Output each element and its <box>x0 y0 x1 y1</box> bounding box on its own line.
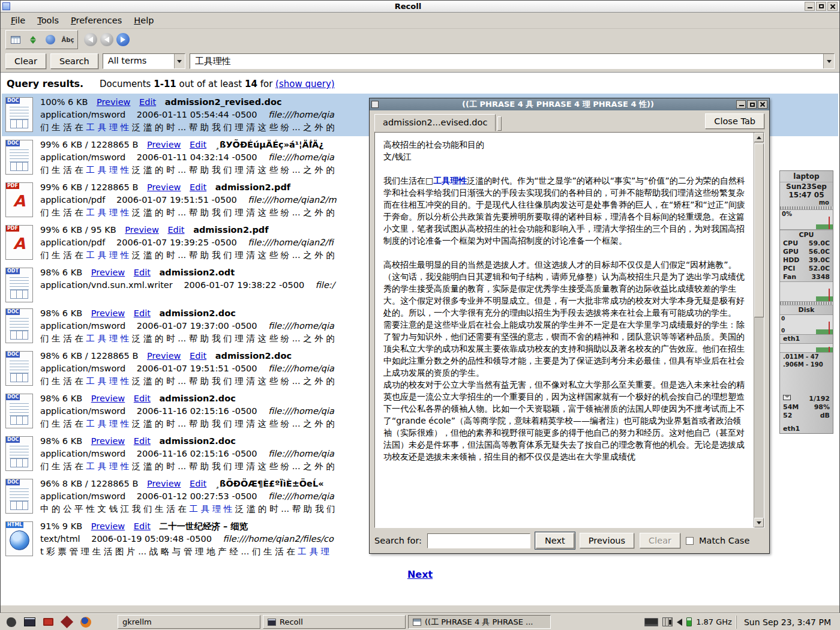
scroll-up-button[interactable] <box>754 133 764 142</box>
edit-link[interactable]: Edit <box>134 308 151 318</box>
disk-chart[interactable]: 0 0 <box>780 314 833 335</box>
find-input[interactable] <box>427 533 530 548</box>
find-previous-button[interactable]: Previous <box>580 533 634 548</box>
close-button[interactable] <box>827 2 838 11</box>
memory-row: 54M 98% <box>780 403 833 412</box>
preview-scrollbar[interactable] <box>754 133 764 527</box>
edit-link[interactable]: Edit <box>190 140 206 149</box>
title-bar[interactable]: Recoll <box>1 1 839 13</box>
net-chart[interactable] <box>780 343 833 353</box>
mail-launcher-icon[interactable] <box>59 615 75 629</box>
prev-page-button[interactable] <box>100 33 113 46</box>
preview-link[interactable]: Preview <box>91 308 125 318</box>
query-history-dropdown[interactable] <box>823 54 834 68</box>
edit-link[interactable]: Edit <box>134 394 151 403</box>
show-query-link[interactable]: (show query) <box>275 79 335 89</box>
result-mime-type: application/pdf <box>40 238 105 247</box>
temperature-chart[interactable] <box>780 281 833 302</box>
battery-icon[interactable] <box>686 617 692 626</box>
taskbar-task-preview[interactable]: ((工 PHRASE 4 具 PHRASE ... <box>408 615 551 629</box>
edit-link[interactable]: Edit <box>134 268 151 277</box>
match-case-checkbox[interactable] <box>686 537 694 545</box>
sort-parameters-button[interactable] <box>25 32 41 47</box>
edit-link[interactable]: Edit <box>190 182 206 192</box>
file-type-badge: DOC <box>6 352 20 358</box>
minimize-button[interactable] <box>805 2 815 11</box>
fan-value: 3348 <box>811 273 830 281</box>
preview-minimize-button[interactable] <box>736 100 746 109</box>
file-type-icon: HTML <box>5 521 33 556</box>
find-next-button[interactable]: Next <box>536 533 574 548</box>
menu-launcher-icon[interactable] <box>3 615 19 629</box>
preview-link[interactable]: Preview <box>91 521 125 531</box>
scroll-down-button[interactable] <box>754 518 764 527</box>
file-icon-art <box>10 446 29 459</box>
toolbar-group: Âbç <box>5 30 78 49</box>
preview-window-icon <box>371 101 379 108</box>
doc-history-button[interactable] <box>8 32 23 47</box>
fan-row: Fan 3348 <box>780 273 833 281</box>
terminal-launcher-icon[interactable] <box>22 615 38 629</box>
clear-button[interactable]: Clear <box>5 53 46 69</box>
search-mode-select[interactable]: All terms <box>103 53 185 69</box>
highlighted-term: 工 具 理 性 <box>86 419 129 428</box>
preview-close-button[interactable] <box>758 100 767 109</box>
menu-preferences[interactable]: Preferences <box>65 14 127 27</box>
preview-link[interactable]: Preview <box>97 97 130 107</box>
edit-link[interactable]: Edit <box>139 97 156 107</box>
taskbar-task-gkrellm[interactable]: gkrellm <box>118 615 260 629</box>
preview-paragraph: 成功的校友对于公立大学当然有益无害，但不像对私立大学那么至关重要。但是选入未来社… <box>383 379 745 463</box>
preview-text[interactable]: 高校招生的社会功能和目的文/钱江 我们生活在□工具理性泛滥的时代。作为“世之显学… <box>375 133 754 527</box>
next-page-button[interactable] <box>116 33 130 46</box>
preview-link[interactable]: Preview <box>91 436 125 446</box>
next-results-link[interactable]: Next <box>407 569 433 580</box>
menu-help[interactable]: Help <box>128 14 159 27</box>
preview-tab-bar: admission2...evised.doc Close Tab <box>370 110 769 131</box>
file-type-icon: PDF <box>5 182 33 217</box>
preview-maximize-button[interactable] <box>747 100 757 109</box>
taskbar-clock[interactable]: Sun Sep 23, 3:47 PM <box>736 616 837 629</box>
keyboard-indicator-icon[interactable] <box>644 618 658 626</box>
gkrellm-temps: CPU59.0CGPU56.0CHDD39.0CPCI52.0C <box>780 239 833 273</box>
term-explorer-button[interactable]: Âbç <box>60 32 76 47</box>
edit-link[interactable]: Edit <box>167 225 184 235</box>
refresh-button[interactable] <box>43 32 58 47</box>
preview-link[interactable]: Preview <box>91 394 125 403</box>
preview-tab[interactable]: admission2...evised.doc <box>374 114 496 131</box>
cpu-frequency: 1.87 GHz <box>696 617 732 626</box>
taskbar-task-recoll[interactable]: Recoll <box>263 615 406 629</box>
edit-link[interactable]: Edit <box>134 521 151 531</box>
preview-title-bar[interactable]: ((工 PHRASE 4 具 PHRASE 4 理 PHRASE 4 性)) <box>370 98 769 110</box>
volume-icon[interactable] <box>677 619 682 626</box>
firefox-launcher-icon[interactable] <box>77 615 94 629</box>
close-tab-button[interactable]: Close Tab <box>705 113 764 129</box>
first-page-button[interactable] <box>84 33 97 46</box>
preview-link[interactable]: Preview <box>147 351 181 361</box>
menu-tools[interactable]: Tools <box>32 14 64 27</box>
scrollbar-thumb[interactable] <box>754 143 764 317</box>
file-icon-art <box>10 403 29 416</box>
result-relevance-size: 98% 6 KB / 1228865 B <box>40 351 138 361</box>
preview-link[interactable]: Preview <box>147 140 181 149</box>
search-button[interactable]: Search <box>50 53 98 69</box>
edit-link[interactable]: Edit <box>190 351 206 361</box>
highlighted-term: 工具理性 <box>433 176 467 185</box>
search-mode-dropdown[interactable] <box>174 54 185 68</box>
preview-link[interactable]: Preview <box>147 182 181 192</box>
search-query-input[interactable] <box>190 54 823 68</box>
menu-file[interactable]: File <box>5 14 31 27</box>
edit-link[interactable]: Edit <box>134 436 151 446</box>
preview-link[interactable]: Preview <box>91 268 125 277</box>
preview-link[interactable]: Preview <box>125 225 158 235</box>
task-label: ((工 PHRASE 4 具 PHRASE ... <box>425 617 533 628</box>
task-label: Recoll <box>280 617 303 626</box>
cpu-chart[interactable]: 0% <box>780 209 833 230</box>
snapshot-launcher-icon[interactable] <box>40 615 56 629</box>
edit-link[interactable]: Edit <box>190 479 206 488</box>
maximize-button[interactable] <box>816 2 826 11</box>
cpu-percent: 0% <box>782 211 792 217</box>
results-for-text: for <box>260 79 273 89</box>
preview-link[interactable]: Preview <box>147 479 181 488</box>
highlighted-term: 工 具 理 性 <box>86 461 129 471</box>
mail-row: 1/192 <box>780 395 833 403</box>
